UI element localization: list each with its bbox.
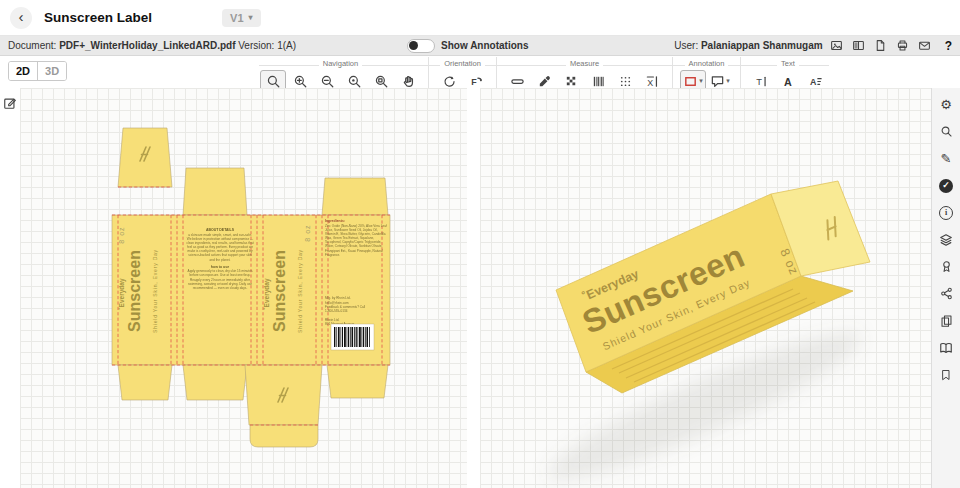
compare-columns-icon[interactable] bbox=[851, 39, 867, 53]
file-icon[interactable] bbox=[873, 39, 889, 53]
ingredients-body: Zinc Oxide (Non-Nano) 20%, Aloe Vera Lea… bbox=[325, 224, 387, 257]
dieline-2d: 8 oz ˚Everyday Sunscreen Shield Your Ski… bbox=[20, 88, 467, 488]
flap-bottom-d bbox=[327, 365, 388, 398]
zoom-fit-icon bbox=[374, 74, 389, 89]
font-size-icon: A bbox=[808, 74, 823, 89]
user-name: Palaniappan Shanmugam bbox=[701, 40, 823, 51]
tab-2d[interactable]: 2D bbox=[9, 62, 37, 80]
barcode-icon bbox=[591, 74, 606, 89]
group-navigation: Navigation bbox=[253, 57, 428, 92]
document-bar: Document: PDF+_WinterHoliday_LinkedARD.p… bbox=[0, 36, 960, 56]
book-icon bbox=[939, 341, 953, 355]
group-orientation-label: Orientation bbox=[440, 59, 485, 69]
mail-icon[interactable] bbox=[917, 39, 933, 53]
main-content: 8 oz ˚Everyday Sunscreen Shield Your Ski… bbox=[0, 88, 960, 488]
group-text: Text T A A bbox=[740, 57, 835, 92]
group-navigation-label: Navigation bbox=[319, 59, 362, 69]
bookmark-button[interactable] bbox=[936, 366, 956, 383]
zoom-selection-icon bbox=[347, 74, 362, 89]
svg-text:A: A bbox=[784, 75, 792, 87]
canvas-2d[interactable]: 8 oz ˚Everyday Sunscreen Shield Your Ski… bbox=[20, 88, 467, 488]
certificate-button[interactable] bbox=[936, 258, 956, 275]
search-sidebar-button[interactable] bbox=[936, 123, 956, 140]
edit-note-button[interactable] bbox=[2, 95, 18, 111]
svg-text:A: A bbox=[809, 77, 816, 87]
show-annotations-label: Show Annotations bbox=[441, 40, 528, 51]
copy-pages-icon bbox=[940, 314, 953, 327]
ribbon-icon bbox=[940, 260, 953, 273]
eyedropper-icon bbox=[537, 74, 552, 89]
annotate-pen-button[interactable]: ✎ bbox=[936, 150, 956, 167]
flap-top-b bbox=[183, 168, 247, 215]
gear-icon: ⚙ bbox=[940, 98, 952, 111]
settings-button[interactable]: ⚙ bbox=[936, 96, 956, 113]
group-annotation: Annotation ▾ ▾ bbox=[672, 57, 740, 92]
canvas-divider bbox=[467, 88, 480, 488]
font-icon: A bbox=[781, 74, 796, 89]
group-annotation-label: Annotation bbox=[685, 59, 729, 69]
about-panel: ABOUT DETAILS a skincare made simple, sm… bbox=[186, 228, 254, 356]
search-icon bbox=[266, 74, 281, 89]
brand-text: Sunscreen bbox=[126, 250, 143, 332]
group-measure: Measure X bbox=[496, 57, 672, 92]
ingredients-heading: Ingredients: bbox=[325, 219, 387, 223]
info-icon: i bbox=[939, 206, 953, 220]
about-body: a skincare made simple, smart, and sun-s… bbox=[186, 233, 254, 262]
box-3d: ˚Everyday Sunscreen Shield Your Skin, Ev… bbox=[480, 88, 931, 488]
rotate-icon bbox=[442, 74, 457, 89]
share-icon bbox=[940, 287, 953, 300]
chevron-down-icon: ▾ bbox=[726, 77, 730, 85]
user-label: User: Palaniappan Shanmugam bbox=[674, 40, 822, 51]
view-mode-switch: 2D 3D bbox=[8, 61, 67, 81]
rect-annotation-icon bbox=[683, 74, 698, 89]
svg-text:X: X bbox=[647, 77, 653, 87]
document-version: Version: 1(A) bbox=[238, 40, 296, 51]
address-text: Mfg. by Rhein Ltd. hello@rhein.com Feedb… bbox=[325, 296, 387, 326]
dot-pattern-icon bbox=[618, 74, 633, 89]
help-button[interactable]: ? bbox=[945, 39, 952, 53]
page-title: Sunscreen Label bbox=[44, 10, 152, 25]
pages-button[interactable] bbox=[936, 312, 956, 329]
canvas-3d[interactable]: ˚Everyday Sunscreen Shield Your Skin, Ev… bbox=[480, 88, 931, 488]
document-name: PDF+_WinterHoliday_LinkedARD.pdf bbox=[59, 40, 235, 51]
flap-tuck bbox=[250, 425, 318, 447]
brand-prefix-text: ˚Everyday bbox=[118, 278, 126, 309]
svg-text:F: F bbox=[471, 77, 477, 87]
image-icon[interactable] bbox=[829, 39, 845, 53]
zoom-in-icon bbox=[293, 74, 308, 89]
show-annotations-toggle[interactable] bbox=[407, 39, 435, 53]
check-circle-icon: ✓ bbox=[939, 179, 953, 193]
brand-prefix-text: ˚Everyday bbox=[263, 278, 271, 309]
tab-3d[interactable]: 3D bbox=[37, 62, 66, 80]
approve-button[interactable]: ✓ bbox=[936, 177, 956, 194]
layers-button[interactable] bbox=[936, 231, 956, 248]
version-select[interactable]: V1 ▾ bbox=[222, 9, 260, 27]
text-cursor-icon: T bbox=[754, 74, 769, 89]
share-button[interactable] bbox=[936, 285, 956, 302]
ingredients-panel: Ingredients: Zinc Oxide (Non-Nano) 20%, … bbox=[325, 219, 387, 299]
howto-body: Apply generously to clean, dry skin 15 m… bbox=[186, 269, 254, 290]
flap-top-d bbox=[322, 178, 388, 215]
svg-text:T: T bbox=[756, 77, 762, 87]
toggle-knob bbox=[409, 41, 418, 50]
measure-line-icon bbox=[510, 74, 525, 89]
address-panel: Mfg. by Rhein Ltd. hello@rhein.com Feedb… bbox=[325, 296, 387, 326]
about-heading: ABOUT DETAILS bbox=[186, 228, 254, 232]
size-text: 8 oz bbox=[304, 224, 311, 241]
info-button[interactable]: i bbox=[936, 204, 956, 221]
edit-icon bbox=[3, 96, 17, 110]
back-button[interactable]: ‹ bbox=[10, 7, 32, 29]
group-measure-label: Measure bbox=[566, 59, 603, 69]
compare-book-button[interactable] bbox=[936, 339, 956, 356]
bookmark-icon bbox=[940, 369, 952, 381]
zoom-out-icon bbox=[320, 74, 335, 89]
howto-heading: how to use bbox=[186, 265, 254, 269]
group-orientation: Orientation F bbox=[428, 57, 496, 92]
chevron-down-icon: ▾ bbox=[699, 77, 703, 85]
chevron-down-icon: ▾ bbox=[249, 13, 253, 22]
group-text-label: Text bbox=[777, 59, 799, 69]
density-pattern-icon bbox=[564, 74, 579, 89]
print-icon[interactable] bbox=[895, 39, 911, 53]
comment-icon bbox=[710, 74, 725, 89]
tagline-text: Shield Your Skin, Every Day bbox=[297, 249, 303, 333]
